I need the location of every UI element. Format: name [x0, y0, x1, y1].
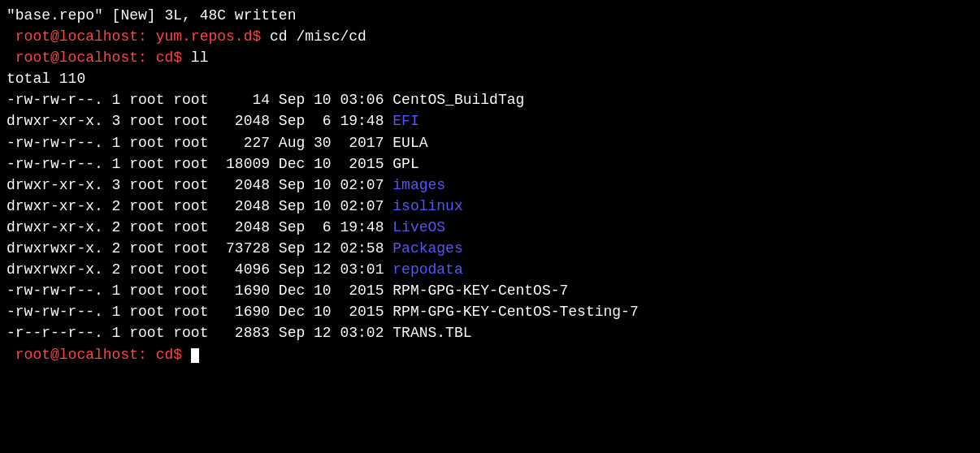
- terminal-text: total 110: [7, 71, 85, 87]
- terminal-text: images: [392, 177, 445, 193]
- terminal-text: EFI: [392, 113, 418, 129]
- terminal-text: -rw-rw-r--. 1 root root 14 Sep 10 03:06 …: [7, 92, 524, 108]
- terminal-line: "base.repo" [New] 3L, 48C written: [7, 5, 973, 26]
- terminal-output: "base.repo" [New] 3L, 48C written root@l…: [0, 0, 980, 370]
- terminal-text: LiveOS: [392, 219, 445, 235]
- terminal-text: -rw-rw-r--. 1 root root 18009 Dec 10 201…: [7, 156, 419, 172]
- terminal-line: root@localhost: cd$: [7, 344, 973, 365]
- terminal-text: drwxr-xr-x. 3 root root 2048 Sep 6 19:48: [7, 113, 392, 129]
- terminal-text: isolinux: [392, 198, 462, 214]
- terminal-text: drwxrwxr-x. 2 root root 73728 Sep 12 02:…: [7, 240, 392, 257]
- terminal-text: -r--r--r--. 1 root root 2883 Sep 12 03:0…: [7, 325, 472, 341]
- terminal-text: drwxr-xr-x. 3 root root 2048 Sep 10 02:0…: [7, 177, 392, 193]
- terminal-text: cd /misc/cd: [270, 28, 366, 45]
- terminal-cursor: [191, 348, 199, 363]
- terminal-text: -rw-rw-r--. 1 root root 1690 Dec 10 2015…: [7, 304, 639, 320]
- terminal-line: drwxr-xr-x. 2 root root 2048 Sep 6 19:48…: [7, 217, 973, 238]
- terminal-line: -rw-rw-r--. 1 root root 1690 Dec 10 2015…: [7, 280, 973, 301]
- terminal-line: -rw-rw-r--. 1 root root 14 Sep 10 03:06 …: [7, 89, 973, 110]
- terminal-text: drwxrwxr-x. 2 root root 4096 Sep 12 03:0…: [7, 261, 392, 278]
- terminal-text: drwxr-xr-x. 2 root root 2048 Sep 10 02:0…: [7, 198, 392, 214]
- terminal-line: root@localhost: yum.repos.d$ cd /misc/cd: [7, 26, 973, 47]
- terminal-text: repodata: [392, 261, 462, 278]
- terminal-text: root@localhost: cd$: [7, 50, 191, 66]
- terminal-line: drwxr-xr-x. 3 root root 2048 Sep 10 02:0…: [7, 175, 973, 196]
- terminal-text: drwxr-xr-x. 2 root root 2048 Sep 6 19:48: [7, 219, 392, 235]
- terminal-line: -rw-rw-r--. 1 root root 1690 Dec 10 2015…: [7, 301, 973, 322]
- terminal-text: "base.repo" [New] 3L, 48C written: [7, 7, 296, 24]
- terminal-text: ll: [191, 50, 209, 66]
- terminal-line: -rw-rw-r--. 1 root root 227 Aug 30 2017 …: [7, 132, 973, 153]
- terminal-line: drwxr-xr-x. 2 root root 2048 Sep 10 02:0…: [7, 196, 973, 217]
- terminal-text: -rw-rw-r--. 1 root root 227 Aug 30 2017 …: [7, 135, 427, 151]
- terminal-line: -r--r--r--. 1 root root 2883 Sep 12 03:0…: [7, 322, 973, 343]
- terminal-line: drwxrwxr-x. 2 root root 73728 Sep 12 02:…: [7, 238, 973, 259]
- terminal-text: root@localhost: cd$: [7, 347, 191, 363]
- terminal-text: root@localhost: yum.repos.d$: [7, 28, 270, 45]
- terminal-line: drwxr-xr-x. 3 root root 2048 Sep 6 19:48…: [7, 110, 973, 132]
- terminal-text: Packages: [392, 240, 462, 257]
- terminal-text: -rw-rw-r--. 1 root root 1690 Dec 10 2015…: [7, 283, 568, 299]
- terminal-line: -rw-rw-r--. 1 root root 18009 Dec 10 201…: [7, 153, 973, 175]
- terminal-line: total 110: [7, 68, 973, 89]
- terminal-line: drwxrwxr-x. 2 root root 4096 Sep 12 03:0…: [7, 259, 973, 280]
- terminal-line: root@localhost: cd$ ll: [7, 47, 973, 68]
